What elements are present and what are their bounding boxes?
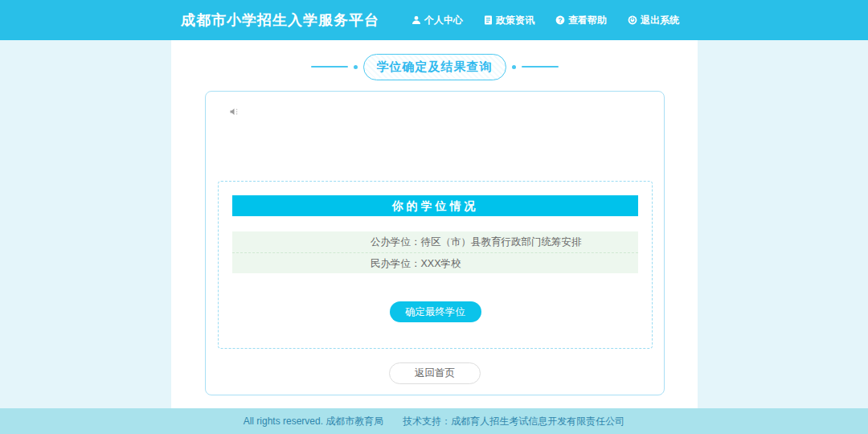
nav-view-help[interactable]: ? 查看帮助 bbox=[555, 14, 607, 27]
nav-policy-news[interactable]: 政策资讯 bbox=[484, 14, 534, 27]
document-icon bbox=[484, 15, 493, 25]
nav-label: 查看帮助 bbox=[568, 14, 607, 27]
public-seat-label: 公办学位： bbox=[371, 236, 421, 248]
decorative-dot-left bbox=[354, 65, 358, 69]
private-seat-value: XXX学校 bbox=[421, 258, 461, 269]
top-header: 成都市小学招生入学服务平台 个人中心 政策资讯 ? 查看帮助 bbox=[0, 0, 868, 40]
decorative-line-left bbox=[311, 66, 348, 68]
copyright-text: All rights reserved. 成都市教育局 bbox=[244, 415, 384, 428]
confirm-final-seat-button[interactable]: 确定最终学位 bbox=[390, 301, 481, 322]
section-title-pill: 学位确定及结果查询 bbox=[363, 54, 506, 80]
user-icon bbox=[411, 15, 421, 25]
decorative-dot-right bbox=[512, 65, 516, 69]
seat-rows: 公办学位：待区（市）县教育行政部门统筹安排 民办学位：XXX学校 bbox=[232, 231, 638, 273]
result-card: 你的学位情况 公办学位：待区（市）县教育行政部门统筹安排 民办学位：XXX学校 … bbox=[205, 91, 665, 395]
panel-header: 你的学位情况 bbox=[232, 195, 638, 216]
public-seat-value: 待区（市）县教育行政部门统筹安排 bbox=[421, 236, 582, 248]
nav-logout[interactable]: 退出系统 bbox=[628, 14, 679, 27]
tech-support-text: 技术支持：成都育人招生考试信息开发有限责任公司 bbox=[403, 415, 624, 428]
nav-label: 个人中心 bbox=[424, 14, 463, 27]
private-seat-label: 民办学位： bbox=[371, 258, 421, 269]
content-column: 学位确定及结果查询 你的学位情况 公办学位：待区（市）县教育行政部门统筹安排 民… bbox=[171, 40, 698, 408]
nav-label: 退出系统 bbox=[641, 14, 679, 27]
speaker-icon bbox=[230, 104, 240, 119]
nav-label: 政策资讯 bbox=[496, 14, 534, 27]
nav-personal-center[interactable]: 个人中心 bbox=[411, 14, 463, 27]
seat-result-panel: 你的学位情况 公办学位：待区（市）县教育行政部门统筹安排 民办学位：XXX学校 … bbox=[218, 181, 653, 349]
public-seat-row: 公办学位：待区（市）县教育行政部门统筹安排 bbox=[232, 231, 638, 252]
site-title: 成都市小学招生入学服务平台 bbox=[181, 10, 379, 30]
private-seat-row: 民办学位：XXX学校 bbox=[232, 252, 638, 273]
decorative-line-right bbox=[522, 66, 559, 68]
svg-text:?: ? bbox=[558, 16, 562, 24]
back-home-button[interactable]: 返回首页 bbox=[389, 362, 481, 384]
top-nav: 个人中心 政策资讯 ? 查看帮助 退出系统 bbox=[411, 14, 679, 27]
help-icon: ? bbox=[555, 15, 565, 25]
page-footer: All rights reserved. 成都市教育局 技术支持：成都育人招生考… bbox=[0, 408, 868, 434]
section-title: 学位确定及结果查询 bbox=[171, 53, 698, 80]
logout-icon bbox=[628, 15, 637, 25]
